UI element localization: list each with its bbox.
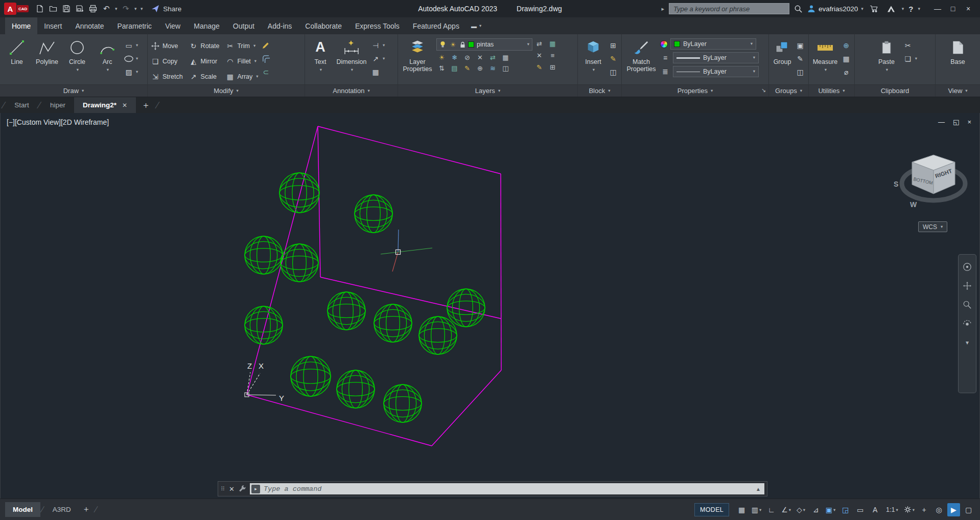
- dimension-button[interactable]: Dimension: [335, 37, 368, 74]
- object-snap-icon[interactable]: ▣: [824, 503, 837, 516]
- panel-label-block[interactable]: Block: [578, 84, 621, 97]
- edit-attributes-button[interactable]: ✎: [608, 54, 618, 63]
- isolate-objects-icon[interactable]: ◎: [932, 503, 945, 516]
- paste-button[interactable]: Paste: [873, 37, 900, 74]
- line-button[interactable]: Line: [3, 37, 31, 65]
- ribbon-tab-express-tools[interactable]: Express Tools: [348, 17, 406, 34]
- panel-label-layers[interactable]: Layers: [398, 84, 577, 97]
- ribbon-tab-view[interactable]: View: [158, 17, 187, 34]
- measure-button[interactable]: Measure: [812, 37, 838, 74]
- viewport-visual-style[interactable]: [2D Wireframe]: [61, 118, 109, 126]
- quick-calc-button[interactable]: ▦: [841, 54, 851, 63]
- table-button[interactable]: ▦: [370, 67, 385, 77]
- viewport-restore-icon[interactable]: ◱: [953, 118, 959, 126]
- grid-display-icon[interactable]: ▦: [735, 503, 748, 516]
- save-icon[interactable]: [60, 3, 73, 15]
- match-properties-button[interactable]: Match Properties: [625, 37, 658, 73]
- id-point-button[interactable]: ⊕: [841, 40, 851, 50]
- ribbon-tab-manage[interactable]: Manage: [187, 17, 226, 34]
- scale-button[interactable]: ↗Scale: [189, 69, 220, 84]
- pan-icon[interactable]: [962, 281, 972, 291]
- text-button[interactable]: A Text: [308, 37, 333, 74]
- search-box[interactable]: [669, 3, 789, 14]
- group-button[interactable]: Group: [772, 37, 792, 65]
- save-as-icon[interactable]: [74, 3, 86, 15]
- navigation-wheel-icon[interactable]: [962, 262, 972, 272]
- command-line-grip[interactable]: ⠿: [221, 486, 225, 492]
- autodesk-dropdown-icon[interactable]: ▾: [902, 6, 904, 11]
- layer-tool-icon[interactable]: ◫: [501, 64, 510, 72]
- layer-tool-icon[interactable]: ⊞: [548, 63, 557, 71]
- array-button[interactable]: ▦Array: [225, 69, 258, 84]
- ellipse-button[interactable]: [124, 54, 138, 63]
- file-tab-start[interactable]: Start: [6, 97, 38, 113]
- zoom-icon[interactable]: [962, 300, 972, 310]
- drawing-canvas[interactable]: [−] [Custom View] [2D Wireframe] — ◱ × Z…: [0, 113, 980, 499]
- layer-tool-icon[interactable]: ≡: [548, 52, 557, 59]
- layer-tool-icon[interactable]: ⇅: [437, 64, 446, 72]
- group-edit-button[interactable]: ✎: [795, 54, 805, 63]
- command-input[interactable]: [264, 485, 752, 493]
- move-button[interactable]: Move: [151, 38, 183, 53]
- command-history-icon[interactable]: ▲: [756, 486, 763, 492]
- annotation-scale-button[interactable]: 1:1: [883, 506, 901, 513]
- window-close-icon[interactable]: ×: [961, 2, 976, 15]
- ortho-mode-icon[interactable]: ∟: [765, 503, 778, 516]
- ribbon-tab-output[interactable]: Output: [226, 17, 261, 34]
- model-space-toggle[interactable]: MODEL: [694, 503, 729, 516]
- file-tab-close-icon[interactable]: ✕: [122, 102, 127, 109]
- viewport-minimize-icon[interactable]: —: [938, 118, 945, 126]
- share-button[interactable]: Share: [151, 5, 181, 13]
- annotation-visibility-icon[interactable]: A: [869, 503, 881, 516]
- help-icon[interactable]: ?: [908, 5, 913, 13]
- command-customize-icon[interactable]: [238, 485, 246, 493]
- arc-button[interactable]: Arc: [94, 37, 121, 74]
- base-button[interactable]: Base: [944, 37, 972, 65]
- ribbon-tab-featured-apps[interactable]: Featured Apps: [406, 17, 466, 34]
- search-expand-icon[interactable]: ▸: [661, 6, 664, 12]
- help-dropdown-icon[interactable]: ▾: [918, 6, 920, 11]
- isometric-drafting-icon[interactable]: ◇: [795, 503, 807, 516]
- orbit-icon[interactable]: [962, 319, 972, 329]
- ribbon-tab-parametric[interactable]: Parametric: [110, 17, 158, 34]
- linetype-dropdown[interactable]: ByLayer: [673, 66, 759, 77]
- lineweight-display-icon[interactable]: ▭: [854, 503, 867, 516]
- autocad-app-button[interactable]: A CAD: [4, 3, 29, 15]
- window-maximize-icon[interactable]: □: [945, 2, 961, 15]
- layer-tool-icon[interactable]: ▤: [450, 64, 459, 72]
- redo-icon[interactable]: ↷: [120, 3, 132, 15]
- snap-mode-icon[interactable]: ▥: [750, 503, 763, 516]
- point-style-button[interactable]: ⌀: [841, 67, 851, 77]
- file-tab-hiper[interactable]: hiper: [41, 97, 74, 113]
- open-icon[interactable]: [47, 3, 59, 15]
- polyline-button[interactable]: Polyline: [33, 37, 61, 65]
- layer-tool-icon[interactable]: ≋: [488, 64, 497, 72]
- layer-dropdown[interactable]: ☀ pintas: [436, 38, 532, 51]
- panel-label-groups[interactable]: Groups: [769, 84, 808, 97]
- recent-commands-icon[interactable]: ▸: [251, 485, 260, 493]
- panel-label-draw[interactable]: Draw: [0, 84, 147, 97]
- leader-button[interactable]: ↗: [370, 54, 385, 63]
- ribbon-tab-collaborate[interactable]: Collaborate: [298, 17, 348, 34]
- selection-cycling-icon[interactable]: ◲: [839, 503, 852, 516]
- ribbon-tab-annotate[interactable]: Annotate: [68, 17, 110, 34]
- object-color-dropdown[interactable]: ByLayer: [670, 38, 756, 50]
- dimension-style-button[interactable]: ⊣: [370, 40, 385, 50]
- polar-tracking-icon[interactable]: ∠: [780, 503, 792, 516]
- viewport-menu[interactable]: [−]: [7, 118, 15, 126]
- circle-button[interactable]: Circle: [63, 37, 91, 74]
- group-selection-button[interactable]: ◫: [795, 67, 805, 77]
- new-layout-button[interactable]: ＋: [79, 504, 94, 515]
- layout-tab-a3rd[interactable]: A3RD: [45, 502, 79, 517]
- hatch-button[interactable]: ▨: [124, 67, 138, 77]
- layer-tool-icon[interactable]: ❄: [450, 54, 459, 61]
- mirror-button[interactable]: ◭Mirror: [189, 54, 220, 69]
- command-line[interactable]: ⠿ ✕ ▸ ▲: [218, 481, 767, 496]
- window-minimize-icon[interactable]: —: [930, 2, 945, 15]
- lineweight-dropdown[interactable]: ByLayer: [673, 52, 759, 63]
- layer-tool-icon[interactable]: ▦: [548, 40, 557, 48]
- stretch-button[interactable]: ⇲Stretch: [151, 69, 183, 84]
- ribbon-tab-insert[interactable]: Insert: [37, 17, 68, 34]
- create-block-button[interactable]: ⊞: [608, 40, 618, 50]
- copy-button[interactable]: ❏Copy: [151, 54, 183, 69]
